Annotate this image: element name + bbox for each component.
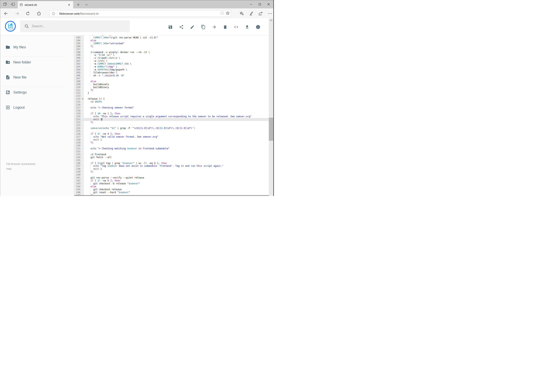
code-line[interactable]: if [ $? -ne 0 ]; then [88,133,268,135]
sidebar-item-my-files[interactable]: My files [0,42,74,53]
annotate-pen-icon[interactable] [249,11,254,16]
scrollbar-thumb[interactable] [269,118,273,141]
code-line[interactable]: buildAssets [88,83,268,86]
share-icon[interactable] [258,11,263,16]
code-line[interactable]: fi [88,170,268,173]
code-line[interactable]: cd $REPO [88,100,268,103]
code-line[interactable] [88,109,268,112]
code-line[interactable]: echo "> Checking semver format" [88,106,268,109]
code-line[interactable]: if [ $# -ne 1 ]; then [88,112,268,115]
address-bar[interactable]: filebrowser.web/files/wizard.sh [49,10,231,17]
code-editor[interactable]: 1921931941951961971981992002012022032042… [74,35,269,195]
hub-icon[interactable] [239,11,244,16]
code-line[interactable]: echo "This release script requires a sin… [88,115,268,118]
code-line[interactable]: git rev-parse --verify --quiet release [88,176,268,179]
sidebar-item-logout[interactable]: Logout [0,102,74,113]
code-line[interactable] [88,130,268,133]
share-button[interactable] [179,25,184,29]
minimize-icon[interactable] [247,0,255,8]
code-line[interactable]: echo "Not valid semver format. See semve… [88,135,268,138]
maximize-icon[interactable] [255,0,264,8]
code-line[interactable]: exit 1 [88,118,268,121]
code-line[interactable]: if [ $? -ne 0 ]; then [88,179,268,182]
delete-button[interactable] [223,25,228,29]
code-line[interactable] [88,150,268,153]
code-line[interactable] [88,48,268,51]
download-button[interactable] [245,25,250,29]
code-line[interactable]: -e COMMIT_SHA=$COMMIT_SHA \ [88,63,268,65]
home-icon[interactable] [35,10,42,17]
code-line[interactable]: COMMIT_SHA="untracked" [88,42,268,45]
move-button[interactable] [212,25,217,29]
code-line[interactable]: git checkout release [88,188,268,191]
filebrowser-logo[interactable] [5,21,16,32]
code-line[interactable]: $(command -v winpty) docker run --rm -it… [88,51,268,54]
code-line[interactable]: -v /$(pwd):/src:z \ [88,56,268,59]
tab-preview-icon[interactable] [3,2,8,7]
forward-icon[interactable] [14,10,21,17]
url-text[interactable]: filebrowser.web/files/wizard.sh [59,12,220,15]
sidebar-item-new-file[interactable]: New file [0,72,74,83]
refresh-icon[interactable] [24,10,31,17]
save-button[interactable] [168,25,173,29]
close-window-icon[interactable] [264,0,273,8]
code-line[interactable]: else [88,80,268,83]
code-line[interactable]: -w //src \ [88,59,268,63]
copy-button[interactable] [201,25,206,29]
code-line[interactable]: cd frontend [88,153,268,156]
code-line[interactable]: fi [88,141,268,144]
code-line[interactable]: if [ $(git tag | grep "$semver" | wc -l)… [88,162,268,165]
browser-tab[interactable]: wizard.sh ✕ [18,1,73,8]
code-line[interactable]: release () { [88,98,268,100]
code-line[interactable]: fi [88,45,268,48]
site-info-icon[interactable] [50,12,57,15]
close-tab-icon[interactable]: ✕ [67,3,71,7]
sidebar-item-new-folder[interactable]: New folder [0,57,74,68]
horizontal-scrollbar[interactable] [74,195,269,196]
code-line[interactable]: exit 1 [88,138,268,141]
code-line[interactable]: semver=$(echo "$1" | grep -P '^v(0|[1-9]… [88,127,268,130]
code-line[interactable]: -u "$(id -u)" \ [88,54,268,56]
search-box[interactable] [20,20,130,32]
code-line[interactable] [88,124,268,127]
code-line[interactable]: } [88,91,268,95]
code-line[interactable]: COMMIT_SHA="$(git rev-parse HEAD | cut -… [88,36,268,39]
code-line[interactable]: filebrowser/dev \ [88,71,268,74]
fold-arrow-icon[interactable]: ▼ [82,98,83,100]
code-line[interactable]: fi [88,121,268,124]
code-line[interactable]: git checkout -b release "$semver" [88,182,268,185]
sidebar-item-settings[interactable]: Settings [0,87,74,98]
code-line[interactable] [88,159,268,162]
code-line[interactable]: echo "Tag $semver does not exist in subm… [88,165,268,168]
code-line[interactable]: sh -c "./wizard.sh -b" [88,74,268,77]
code-line[interactable] [88,77,268,80]
scroll-up-icon[interactable] [270,20,272,21]
more-ellipsis-icon[interactable] [267,11,272,16]
code-line[interactable]: exit 1 [88,168,268,170]
new-tab-icon[interactable] [75,2,81,8]
code-line[interactable]: git reset --hard "$semver" [88,191,268,194]
code-line[interactable]: fi [88,89,268,92]
back-icon[interactable] [3,10,10,17]
code-line[interactable] [88,144,268,147]
help-link[interactable]: Help [6,167,12,170]
code-line[interactable]: else [88,185,268,188]
code-line[interactable]: buildBinary [88,86,268,89]
code-line[interactable]: -e GOPATH=//tmp/gopath \ [88,68,268,71]
vertical-scrollbar[interactable] [269,18,273,196]
search-input[interactable] [32,24,118,28]
raw-code-button[interactable] [234,25,238,29]
code-line[interactable]: -e HOME="//tmp" \ [88,65,268,68]
code-line[interactable] [88,173,268,176]
favorite-star-icon[interactable] [226,11,230,16]
code-line[interactable]: else [88,39,268,42]
code-line[interactable] [88,95,268,98]
rename-button[interactable] [190,25,195,29]
tab-list-chevron-icon[interactable] [83,2,90,8]
code-line[interactable] [88,103,268,106]
reading-view-icon[interactable] [220,11,224,16]
info-button[interactable] [256,25,260,29]
code-line[interactable]: echo "> Checking matching $semver in fro… [88,147,268,150]
code-line[interactable]: git fetch --all [88,156,268,159]
set-tabs-aside-icon[interactable] [10,2,15,7]
